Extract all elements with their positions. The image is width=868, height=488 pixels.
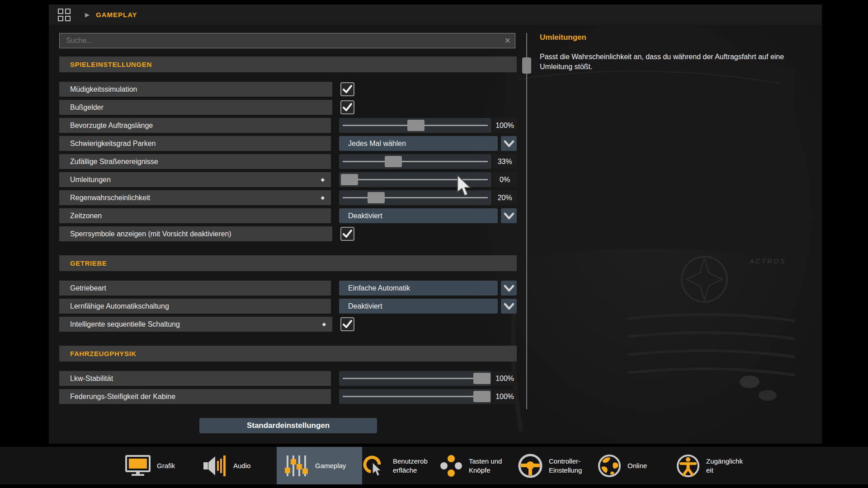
cursor-click-icon [362, 454, 387, 478]
section-header: FAHRZEUGPHYSIK [59, 346, 517, 361]
nav-tab-label: Online [627, 461, 647, 470]
slider-handle[interactable] [473, 373, 491, 384]
menu-grid-button[interactable] [58, 9, 71, 21]
setting-label-bar: Intelligente sequentielle Schaltung ◆ [59, 317, 332, 332]
setting-slider[interactable] [339, 190, 491, 205]
setting-label: Bußgelder [70, 103, 104, 112]
setting-label: Regenwahrscheinlichkeit [70, 194, 150, 202]
chevron-down-icon[interactable] [501, 136, 517, 151]
modified-marker-icon: ◆ [321, 177, 325, 183]
slider-value: 100% [493, 118, 517, 133]
scrollbar-thumb[interactable] [522, 57, 531, 74]
slider-handle[interactable] [368, 192, 385, 203]
setting-dropdown[interactable]: Deaktiviert [339, 299, 498, 314]
chevron-down-icon[interactable] [501, 299, 517, 314]
setting-dropdown[interactable]: Jedes Mal wählen [339, 136, 498, 151]
bottom-nav-bar: Grafik Audio Gameplay Benutzerob erfläch… [0, 447, 868, 484]
accessibility-icon [676, 454, 700, 478]
slider-handle[interactable] [341, 174, 358, 185]
nav-tab-label: Benutzerob erfläche [393, 457, 428, 474]
slider-track [343, 161, 488, 162]
setting-row: Bevorzugte Auftragslänge 100% [59, 118, 517, 133]
section-header: SPIELEINSTELLUNGEN [59, 56, 517, 72]
slider-track [343, 197, 488, 198]
setting-row: Bußgelder [59, 100, 517, 115]
setting-label-bar: Zeitzonen [59, 208, 331, 223]
modified-marker-icon: ◆ [322, 321, 326, 327]
setting-slider[interactable] [339, 154, 491, 169]
setting-checkbox[interactable] [340, 82, 354, 96]
setting-row: Sperrsymbole anzeigen (mit Vorsicht deak… [59, 226, 517, 241]
slider-value: 0% [493, 172, 517, 187]
nav-tab-grafik[interactable]: Grafik [125, 447, 175, 484]
slider-value: 33% [493, 154, 517, 169]
search-box: × [59, 33, 515, 48]
chevron-down-icon[interactable] [501, 281, 517, 296]
slider-handle[interactable] [473, 391, 491, 402]
setting-label-bar: Zufällige Straßenereignisse [59, 154, 331, 169]
search-clear-icon[interactable]: × [500, 36, 515, 46]
nav-tab-gameplay[interactable]: Gameplay [277, 447, 362, 484]
info-title: Umleitungen [540, 33, 811, 42]
info-description: Passt die Wahrscheinlichkeit an, dass du… [540, 52, 804, 71]
setting-label-bar: Bevorzugte Auftragslänge [59, 118, 331, 133]
content-area: ACTROS × SPIELEINSTELLUNGEN Müdigkeitssi… [49, 25, 822, 444]
sliders-icon [284, 454, 309, 478]
nav-tab-label: Grafik [157, 461, 175, 470]
setting-label: Sperrsymbole anzeigen (mit Vorsicht deak… [70, 230, 231, 238]
nav-tab-controller-einstellung[interactable]: Controller- Einstellung [518, 447, 582, 484]
truck-background-art: ACTROS [478, 25, 822, 444]
setting-row: Zufällige Straßenereignisse 33% [59, 154, 517, 169]
slider-handle[interactable] [385, 156, 402, 167]
slider-track [343, 179, 488, 180]
slider-track [343, 396, 488, 397]
setting-label-bar: Federungs-Steifigkeit der Kabine [59, 389, 331, 404]
nav-tab-online[interactable]: Online [597, 447, 647, 484]
nav-tab-tasten-und-knoepfe[interactable]: Tasten und Knöpfe [439, 447, 502, 484]
grid-square [58, 9, 63, 14]
section-title: FAHRZEUGPHYSIK [70, 350, 137, 357]
setting-dropdown[interactable]: Deaktiviert [339, 208, 498, 223]
chevron-down-icon[interactable] [501, 208, 517, 223]
nav-tab-label: Tasten und Knöpfe [469, 457, 502, 474]
setting-row: Zeitzonen Deaktiviert [59, 208, 517, 223]
setting-slider[interactable] [339, 172, 491, 187]
setting-label: Getriebeart [70, 284, 106, 292]
nav-tab-zugaenglichkeit[interactable]: Zugänglichk eit [676, 447, 743, 484]
setting-row: Umleitungen ◆ 0% [59, 172, 517, 187]
nav-tab-audio[interactable]: Audio [203, 447, 250, 484]
setting-slider[interactable] [339, 371, 491, 386]
nav-tab-label: Controller- Einstellung [549, 457, 582, 474]
setting-slider[interactable] [339, 118, 491, 133]
setting-row: Federungs-Steifigkeit der Kabine 100% [59, 389, 517, 404]
setting-label: Zeitzonen [70, 212, 102, 220]
settings-section: SPIELEINSTELLUNGEN Müdigkeitssimulation … [59, 56, 517, 241]
setting-label-bar: Getriebeart [59, 281, 331, 296]
setting-label: Bevorzugte Auftragslänge [70, 122, 153, 130]
dropdown-value: Deaktiviert [348, 212, 382, 220]
setting-checkbox[interactable] [340, 227, 354, 241]
defaults-button[interactable]: Standardeinstellungen [199, 418, 377, 433]
section-title: GETRIEBE [70, 259, 107, 267]
header-bar: ▶ GAMEPLAY [49, 5, 822, 25]
nav-tab-label: Gameplay [315, 461, 346, 470]
setting-checkbox[interactable] [340, 100, 354, 114]
setting-checkbox[interactable] [340, 317, 354, 331]
grid-square [65, 9, 71, 14]
slider-track [343, 378, 488, 379]
info-panel: Umleitungen Passt die Wahrscheinlichkeit… [540, 33, 811, 71]
scrollbar-track[interactable] [526, 33, 527, 409]
breadcrumb-arrow-icon: ▶ [85, 11, 90, 18]
dropdown-value: Jedes Mal wählen [348, 140, 406, 148]
setting-row: Lernfähige Automatikschaltung Deaktivier… [59, 299, 517, 314]
section-header: GETRIEBE [59, 255, 517, 271]
setting-slider[interactable] [339, 389, 491, 404]
setting-row: Schwierigkeitsgrad Parken Jedes Mal wähl… [59, 136, 517, 151]
setting-label: Lernfähige Automatikschaltung [70, 302, 169, 310]
search-input[interactable] [60, 36, 500, 45]
setting-label: Federungs-Steifigkeit der Kabine [70, 393, 175, 401]
slider-value: 100% [493, 389, 517, 404]
nav-tab-benutzeroberflaeche[interactable]: Benutzerob erfläche [362, 447, 428, 484]
slider-handle[interactable] [407, 120, 425, 131]
setting-dropdown[interactable]: Einfache Automatik [339, 281, 498, 296]
